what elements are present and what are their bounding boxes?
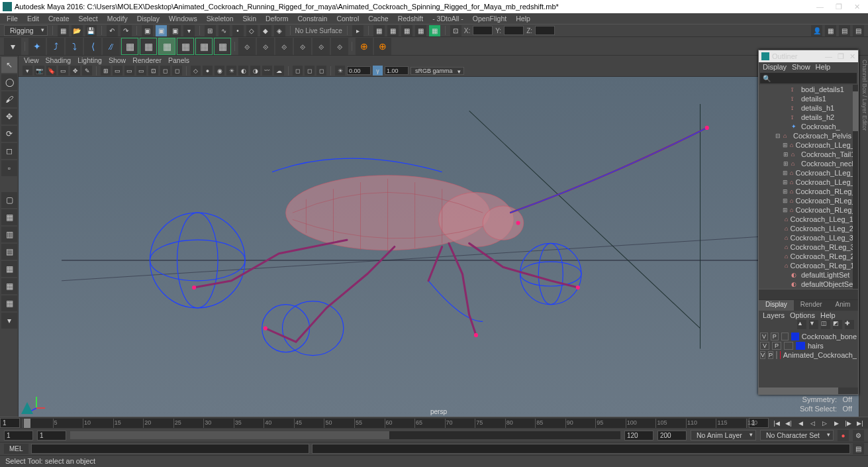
outliner-menu-show[interactable]: Show [792, 63, 810, 71]
panel-menu-shading[interactable]: Shading [46, 56, 72, 64]
bookmark-icon[interactable]: 🔖 [46, 66, 56, 76]
isolate-icon[interactable]: ◻ [293, 66, 303, 76]
command-input[interactable] [31, 444, 309, 454]
outliner-scrollbar[interactable] [853, 85, 858, 289]
xray-icon[interactable]: ◻ [305, 66, 314, 76]
range-max-field[interactable] [657, 431, 687, 441]
ik-handle-icon[interactable]: ⤴ [47, 38, 64, 55]
snap-grid-icon[interactable]: ⊞ [205, 25, 216, 36]
sel-mode-hierarchy-icon[interactable]: ▣ [142, 25, 153, 36]
shadows-icon[interactable]: ◐ [238, 66, 248, 76]
outliner-item[interactable]: ⊞⌂Cockroach_LLeg_2_1 [759, 168, 858, 178]
motion-blur-icon[interactable]: 〰 [262, 66, 272, 76]
layer-new-icon[interactable]: ✚ [845, 320, 854, 329]
snap-point-icon[interactable]: • [232, 25, 244, 36]
render-settings-icon[interactable]: ▦ [401, 25, 412, 36]
ipr-render-icon[interactable]: ▦ [387, 25, 399, 36]
panel-menu-renderer[interactable]: Renderer [132, 56, 162, 64]
outliner-item[interactable]: ⌂Cockroach_LLeg_1_Platform [759, 215, 858, 224]
select-camera-icon[interactable]: ▾ [23, 66, 32, 76]
layout-four-icon[interactable]: ▦ [1, 209, 17, 225]
panel-menu-panels[interactable]: Panels [168, 56, 189, 64]
layer-menu-options[interactable]: Options [790, 311, 815, 319]
right-sidebar-label[interactable]: Channel Box / Layer Editor [859, 56, 868, 417]
constraint-aim-icon[interactable]: ⟐ [313, 38, 330, 55]
joint-tool-icon[interactable]: ✦ [28, 38, 46, 55]
layer-menu-layers[interactable]: Layers [763, 311, 785, 319]
snap-view-icon[interactable]: ◈ [274, 25, 285, 36]
layer-tab-display[interactable]: Display [759, 300, 794, 311]
x-field[interactable] [473, 26, 493, 35]
smooth-shade-icon[interactable]: ● [203, 66, 213, 76]
layout-two-side-icon[interactable]: ▥ [1, 227, 17, 242]
step-forward-icon[interactable]: ▶ [831, 419, 842, 428]
film-gate-icon[interactable]: ▭ [113, 66, 122, 76]
rotate-tool[interactable]: ⟳ [1, 126, 17, 142]
outliner-item[interactable]: ⟟details_h2 [759, 113, 858, 122]
constraint-point-icon[interactable]: ⟐ [257, 38, 274, 55]
ik-spline-icon[interactable]: ⤵ [66, 38, 83, 55]
outliner-item[interactable]: ⌂Cockroach_LLeg_2_Platform [759, 224, 858, 233]
menu-help[interactable]: Help [512, 14, 534, 23]
panel-menu-show[interactable]: Show [109, 56, 126, 64]
step-back-key-icon[interactable]: ◀| [783, 419, 794, 428]
viewport-3d[interactable]: Symmetry: Off Soft Select: Off persp [19, 77, 859, 417]
outliner-item[interactable]: ◐defaultObjectSet [759, 280, 858, 289]
menu-edit[interactable]: Edit [23, 14, 43, 23]
step-forward-key-icon[interactable]: |▶ [843, 419, 853, 428]
gate-mask-icon[interactable]: ▭ [136, 66, 146, 76]
textured-icon[interactable]: ◉ [215, 66, 224, 76]
outliner-tree[interactable]: ⟟bodi_details1⟟details1⟟details_h1⟟detai… [759, 85, 858, 289]
go-end-icon[interactable]: ▶| [855, 419, 865, 428]
outliner-item[interactable]: ⌂Cockroach_RLeg_3_Platform [759, 242, 858, 252]
open-scene-icon[interactable]: 📂 [72, 25, 83, 36]
menu-deform[interactable]: Deform [262, 14, 292, 23]
menu-select[interactable]: Select [75, 14, 102, 23]
play-forward-icon[interactable]: ▷ [819, 419, 830, 428]
outliner-close-icon[interactable]: ✕ [849, 52, 855, 61]
layer-selected-icon[interactable]: ◩ [833, 320, 842, 329]
render-frame-icon[interactable]: ▦ [373, 25, 385, 36]
y-field[interactable] [504, 26, 524, 35]
exposure-icon[interactable]: ☀ [335, 66, 345, 76]
use-lights-icon[interactable]: ☀ [226, 66, 236, 76]
menu-cache[interactable]: Cache [364, 14, 392, 23]
range-end-field[interactable] [624, 431, 653, 441]
menu-constrain[interactable]: Constrain [293, 14, 331, 23]
undo-icon[interactable]: ↶ [107, 25, 118, 36]
bind-skin-icon[interactable]: ▦ [121, 38, 138, 55]
script-lang-button[interactable]: MEL [4, 444, 28, 454]
camera-icon[interactable]: 📷 [34, 66, 44, 76]
paint-weights-icon[interactable]: ▦ [158, 38, 175, 55]
menu-skin[interactable]: Skin [239, 14, 260, 23]
gamma-field[interactable] [385, 66, 409, 75]
grease-pencil-icon[interactable]: ✎ [82, 66, 92, 76]
interactive-bind-icon[interactable]: ▦ [177, 38, 194, 55]
outliner-item[interactable]: ⟟bodi_details1 [759, 85, 858, 94]
new-scene-icon[interactable]: ▦ [58, 25, 69, 36]
maximize-button[interactable]: ❐ [836, 3, 842, 11]
menu-dtoall[interactable]: - 3DtoAll - [428, 14, 467, 23]
xyz-input-icon[interactable]: ⊡ [450, 25, 461, 36]
outliner-item[interactable]: ⌂Cockroach_RLeg_2_Platform [759, 252, 858, 261]
attribute-editor-icon[interactable]: ▤ [839, 25, 850, 36]
hik-edit-icon[interactable]: ⊕ [374, 38, 391, 55]
modeling-toolkit-icon[interactable]: ▦ [825, 25, 836, 36]
panel-menu-lighting[interactable]: Lighting [77, 56, 102, 64]
layer-row[interactable]: VPCockroach_bone [760, 332, 857, 341]
outliner-maximize-icon[interactable]: ❐ [838, 52, 844, 61]
history-toggle-icon[interactable]: ▸ [352, 25, 363, 36]
outliner-item[interactable]: ⊞⌂Cockroach_RLeg_1_1 [759, 205, 858, 215]
range-start-field[interactable] [37, 431, 66, 441]
z-field[interactable] [535, 26, 555, 35]
snap-curve-icon[interactable]: ∿ [218, 25, 230, 36]
layer-tab-anim[interactable]: Anim [829, 300, 857, 311]
outliner-item[interactable]: ⊞⌂Cockroach_RLeg_2_1 [759, 196, 858, 205]
menu-skeleton[interactable]: Skeleton [203, 14, 238, 23]
2d-pan-icon[interactable]: ✥ [70, 66, 80, 76]
outliner-item[interactable]: ⟟details_h1 [759, 103, 858, 113]
outliner-item[interactable]: ⊞⌂Cockroach_Tail1 [759, 150, 858, 159]
scale-tool[interactable]: ◻ [1, 143, 17, 159]
menu-modify[interactable]: Modify [103, 14, 132, 23]
outliner-search[interactable]: 🔍 [760, 73, 857, 83]
